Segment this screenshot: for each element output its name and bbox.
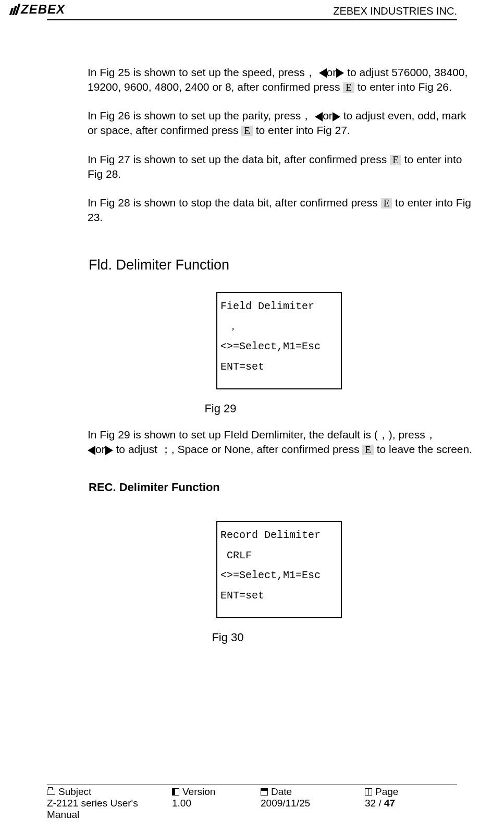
fig29-lcd: Field Delimiter ，<>=Select,M1=Esc ENT=se… xyxy=(216,292,342,389)
right-arrow-icon xyxy=(333,112,340,121)
paragraph-fig26: In Fig 26 is shown to set up the parity,… xyxy=(88,108,473,137)
key-e: E xyxy=(381,198,392,209)
paragraph-fig28: In Fig 28 is shown to stop the data bit,… xyxy=(88,195,473,224)
text: to adjust ；, Space or None, after confir… xyxy=(116,443,363,455)
text: or xyxy=(327,66,337,78)
label: Page xyxy=(375,786,398,798)
text: to enter into Fig 26. xyxy=(358,81,452,93)
text: to enter into Fig 27. xyxy=(256,124,350,136)
text: to leave the screen. xyxy=(377,443,472,455)
lcd-line: ， xyxy=(220,316,341,336)
company-name: ZEBEX INDUSTRIES INC. xyxy=(333,2,457,17)
footer-label-version: Version xyxy=(172,786,261,798)
lcd-line: ENT=set xyxy=(220,361,264,373)
paragraph-fig27: In Fig 27 is shown to set up the data bi… xyxy=(88,152,473,181)
label: Date xyxy=(271,786,292,798)
fig29-caption: Fig 29 xyxy=(88,401,353,416)
label: Subject xyxy=(58,786,91,798)
footer-label-subject: Subject xyxy=(47,786,172,798)
page-current: 32 xyxy=(365,798,376,809)
footer-value-page: 32 / 47 xyxy=(365,798,457,821)
text: or xyxy=(95,443,105,455)
page-sep: / xyxy=(376,798,384,809)
footer-label-date: Date xyxy=(261,786,365,798)
paragraph-fig25: In Fig 25 is shown to set up the speed, … xyxy=(88,65,473,94)
logo-text: ZEBEX xyxy=(21,2,65,17)
fig30-caption: Fig 30 xyxy=(88,630,368,645)
section-title-rec-delimiter: REC. Delimiter Function xyxy=(88,480,473,495)
left-arrow-icon xyxy=(88,446,95,455)
key-e: E xyxy=(390,155,401,165)
text: In Fig 28 is shown to stop the data bit,… xyxy=(88,197,381,209)
text: In Fig 26 is shown to set up the parity,… xyxy=(88,109,312,121)
page-total: 47 xyxy=(384,798,395,809)
left-arrow-icon xyxy=(315,112,323,121)
footer-value-subject: Z-2121 series User's Manual xyxy=(47,798,172,821)
left-arrow-icon xyxy=(319,68,327,78)
footer-grid: Subject Version Date Page Z-2121 series … xyxy=(47,786,457,821)
logo: ZEBEX xyxy=(10,2,65,17)
date-icon xyxy=(261,788,268,796)
right-arrow-icon xyxy=(105,446,113,455)
key-e: E xyxy=(343,82,354,93)
fig30-screenshot-wrap: Record Delimiter CRLF<>=Select,M1=Esc EN… xyxy=(216,521,344,618)
text: In Fig 29 is shown to set up FIeld Demli… xyxy=(88,429,436,441)
footer-value-date: 2009/11/25 xyxy=(261,798,365,821)
text: In Fig 25 is shown to set up the speed, … xyxy=(88,66,316,78)
lcd-line: <>=Select,M1=Esc xyxy=(220,569,321,581)
lcd-line: <>=Select,M1=Esc xyxy=(220,340,321,352)
key-e: E xyxy=(241,126,253,136)
fig30-lcd: Record Delimiter CRLF<>=Select,M1=Esc EN… xyxy=(216,521,342,618)
page-icon xyxy=(365,788,372,796)
lcd-line: Record Delimiter xyxy=(220,529,321,541)
fig29-screenshot-wrap: Field Delimiter ，<>=Select,M1=Esc ENT=se… xyxy=(216,292,344,389)
footer-value-version: 1.00 xyxy=(172,798,261,821)
lcd-line: CRLF xyxy=(220,545,341,565)
footer-label-page: Page xyxy=(365,786,457,798)
version-icon xyxy=(172,788,179,796)
paragraph-fig29: In Fig 29 is shown to set up FIeld Demli… xyxy=(88,427,473,456)
page-footer: Subject Version Date Page Z-2121 series … xyxy=(47,785,457,821)
page-header: ZEBEX ZEBEX INDUSTRIES INC. xyxy=(0,0,504,17)
section-title-fld-delimiter: Fld. Delimiter Function xyxy=(88,256,473,275)
lcd-line: Field Delimiter xyxy=(220,300,314,312)
text: or xyxy=(323,109,333,121)
text: In Fig 27 is shown to set up the data bi… xyxy=(88,153,390,165)
label: Version xyxy=(182,786,215,798)
folder-icon xyxy=(47,789,55,795)
logo-stripes-icon xyxy=(10,4,19,15)
lcd-line: ENT=set xyxy=(220,590,264,602)
right-arrow-icon xyxy=(336,68,344,78)
footer-divider xyxy=(47,785,457,785)
page-content: In Fig 25 is shown to set up the speed, … xyxy=(0,20,504,645)
key-e: E xyxy=(362,445,374,455)
